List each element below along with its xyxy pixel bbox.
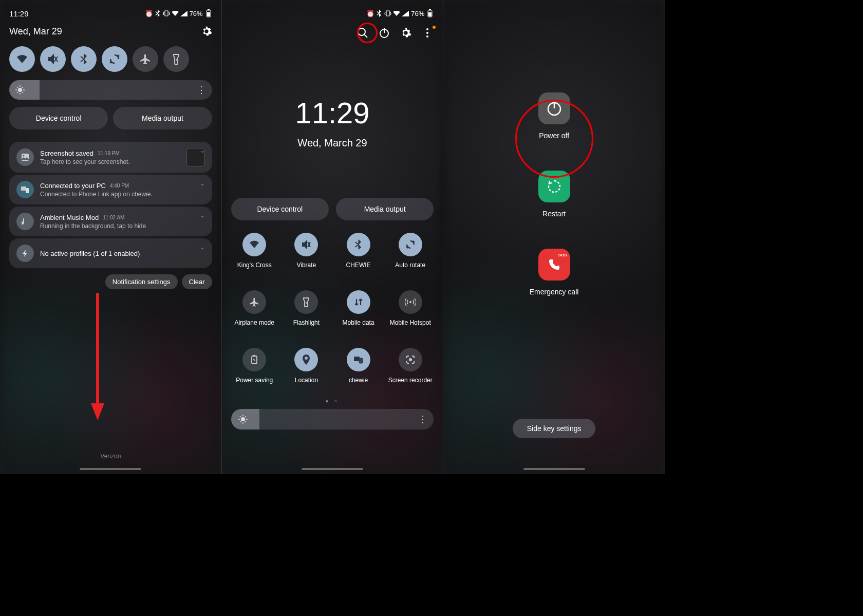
- vibrate-icon: [163, 10, 170, 17]
- alarm-icon: ⏰: [145, 10, 153, 17]
- notification-item[interactable]: Connected to your PC4:40 PM Connected to…: [9, 175, 212, 204]
- brightness-more-icon[interactable]: ⋮: [418, 414, 426, 425]
- nav-bar-handle[interactable]: [302, 468, 363, 470]
- qs-airplane-toggle[interactable]: [133, 46, 158, 72]
- qs-mobiledata-toggle[interactable]: [347, 290, 370, 314]
- device-control-button[interactable]: Device control: [9, 107, 108, 129]
- status-bar: 11:29 ⏰ 76%: [9, 7, 212, 20]
- battery-percent: 76%: [190, 10, 203, 17]
- qs-rotate-toggle[interactable]: [102, 46, 127, 72]
- signal-icon: [402, 10, 409, 17]
- media-output-button[interactable]: Media output: [336, 198, 434, 220]
- music-app-icon: [16, 213, 34, 230]
- qs-powersaving-toggle[interactable]: [242, 348, 266, 371]
- more-icon[interactable]: [421, 27, 434, 39]
- carrier-label: Verizon: [0, 453, 221, 460]
- qs-rotate-toggle[interactable]: [399, 233, 422, 256]
- clock-date: Wed, March 29: [231, 137, 434, 149]
- svg-point-25: [426, 28, 428, 30]
- svg-line-40: [245, 421, 246, 422]
- bluetooth-icon: [376, 10, 383, 17]
- notification-item[interactable]: No active profiles (1 of 1 enabled) ⌄: [9, 238, 212, 268]
- battery-icon: [205, 10, 212, 17]
- annotation-arrow-down: [90, 293, 105, 421]
- qs-bluetooth-toggle[interactable]: [347, 233, 370, 256]
- svg-point-28: [409, 301, 411, 303]
- annotation-circle: [515, 100, 593, 178]
- qs-airplane-toggle[interactable]: [242, 290, 266, 314]
- side-key-settings-button[interactable]: Side key settings: [513, 419, 596, 438]
- battery-percent: 76%: [411, 10, 424, 17]
- status-bar: ⏰ 76%: [231, 7, 434, 20]
- media-output-button[interactable]: Media output: [113, 107, 212, 129]
- svg-marker-17: [91, 403, 104, 420]
- screenshot-app-icon: [16, 148, 34, 166]
- notification-item[interactable]: Screenshot saved11:19 PM Tap here to see…: [9, 142, 212, 173]
- qs-hotspot-toggle[interactable]: [399, 290, 422, 314]
- svg-rect-19: [429, 9, 431, 10]
- notification-item[interactable]: Ambient Music Mod11:02 AM Running in the…: [9, 207, 212, 236]
- svg-point-27: [426, 35, 428, 38]
- wifi-icon: [172, 10, 179, 17]
- svg-rect-2: [207, 12, 210, 16]
- svg-line-10: [17, 92, 18, 93]
- svg-rect-31: [354, 357, 360, 361]
- qs-screenrecord-toggle[interactable]: [399, 348, 422, 371]
- notification-settings-button[interactable]: Notification settings: [105, 274, 178, 289]
- status-time: 11:29: [9, 9, 29, 18]
- chevron-down-icon[interactable]: ⌄: [200, 212, 205, 219]
- settings-gear-icon[interactable]: [400, 27, 412, 39]
- phone-link-app-icon: [16, 181, 34, 198]
- wifi-icon: [393, 10, 400, 17]
- nav-bar-handle[interactable]: [523, 468, 585, 470]
- svg-point-13: [23, 155, 25, 157]
- restart-label: Restart: [542, 210, 566, 218]
- device-control-button[interactable]: Device control: [231, 198, 329, 220]
- qs-location-toggle[interactable]: [294, 348, 318, 371]
- qs-wifi-toggle[interactable]: [242, 233, 266, 256]
- status-icons: ⏰: [367, 10, 409, 17]
- chevron-down-icon[interactable]: ⌄: [200, 147, 205, 154]
- qs-vibrate-toggle[interactable]: [294, 233, 318, 256]
- power-icon[interactable]: [378, 27, 390, 39]
- qs-wifi-toggle[interactable]: [9, 46, 35, 72]
- svg-rect-14: [21, 186, 26, 191]
- vibrate-icon: [384, 10, 391, 17]
- quick-settings-expanded-panel: ⏰ 76% 11:29 Wed, March 29 Device co: [222, 0, 444, 474]
- svg-line-9: [22, 92, 23, 93]
- sos-badge: SOS: [558, 253, 567, 257]
- chevron-down-icon[interactable]: ⌄: [200, 244, 205, 251]
- signal-icon: [180, 10, 187, 17]
- qs-flashlight-toggle[interactable]: [163, 46, 189, 72]
- brightness-icon: [15, 85, 25, 95]
- emergency-call-button[interactable]: SOS: [538, 249, 570, 281]
- svg-rect-20: [428, 12, 431, 16]
- qs-bluetooth-toggle[interactable]: [71, 46, 97, 72]
- quick-settings-row: [9, 46, 212, 72]
- brightness-more-icon[interactable]: ⋮: [197, 84, 205, 96]
- qs-flashlight-toggle[interactable]: [294, 290, 318, 314]
- nav-bar-handle[interactable]: [80, 468, 141, 470]
- settings-gear-icon[interactable]: [201, 26, 212, 37]
- svg-rect-30: [253, 355, 255, 356]
- brightness-slider[interactable]: ⋮: [231, 409, 434, 430]
- svg-line-41: [240, 421, 241, 422]
- qs-sound-toggle[interactable]: [40, 46, 66, 72]
- status-icons: ⏰: [145, 10, 187, 17]
- svg-point-34: [241, 417, 245, 421]
- shade-date: Wed, Mar 29: [9, 26, 62, 37]
- brightness-icon: [238, 415, 248, 424]
- notification-list: Screenshot saved11:19 PM Tap here to see…: [9, 142, 212, 269]
- svg-line-42: [245, 416, 246, 417]
- brightness-slider[interactable]: ⋮: [9, 80, 212, 100]
- annotation-circle: [357, 23, 378, 43]
- svg-line-11: [22, 87, 23, 88]
- bluetooth-icon: [154, 10, 161, 17]
- clear-notifications-button[interactable]: Clear: [182, 274, 212, 289]
- svg-line-39: [240, 416, 241, 417]
- page-indicator: ● ○: [231, 398, 434, 404]
- chevron-down-icon[interactable]: ⌄: [200, 180, 205, 187]
- notification-shade-panel: 11:29 ⏰ 76%: [0, 0, 222, 474]
- svg-rect-32: [359, 358, 363, 363]
- qs-link-toggle[interactable]: [347, 348, 370, 371]
